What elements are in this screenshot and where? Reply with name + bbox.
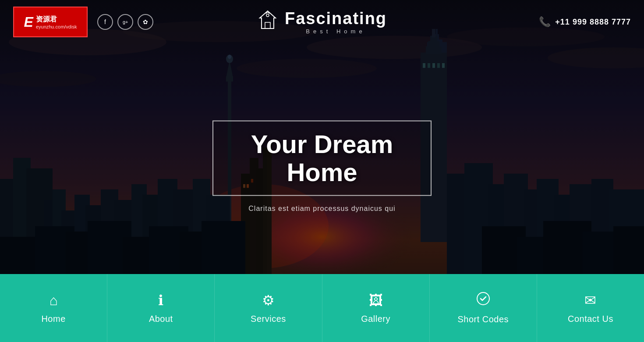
contact-nav-icon: ✉ — [584, 292, 596, 309]
logo-center: Fascinating Best Home — [257, 9, 387, 35]
nav-item-short-codes[interactable]: Short Codes — [430, 274, 537, 342]
facebook-icon[interactable]: f — [94, 11, 117, 33]
nav-item-contact-us[interactable]: ✉ Contact Us — [537, 274, 644, 342]
logo-tagline: Best Home — [285, 28, 387, 35]
hero-content: Your Dream Home Claritas est etiam proce… — [212, 121, 432, 213]
logo-name: Fascinating Best Home — [285, 9, 387, 35]
main-navbar: ⌂ Home ℹ About ⚙ Services 🖼 Gallery Shor… — [0, 274, 644, 342]
services-nav-icon: ⚙ — [262, 292, 275, 309]
social-icons: f g+ ✿ — [97, 14, 153, 30]
phone-icon: 📞 — [539, 16, 551, 28]
logo-title: Fascinating — [285, 9, 387, 28]
header: E 资源君 eyunzhu.com/vdisk f g+ ✿ — [0, 0, 644, 44]
nav-label-home: Home — [41, 314, 65, 324]
hero-section: E 资源君 eyunzhu.com/vdisk f g+ ✿ — [0, 0, 644, 342]
svg-point-83 — [266, 14, 269, 17]
phone-section: 📞 +11 999 8888 7777 — [539, 16, 631, 28]
home-logo-icon — [257, 9, 278, 35]
nav-label-about: About — [149, 314, 173, 324]
nav-label-gallery: Gallery — [361, 314, 390, 324]
hero-title-box: Your Dream Home — [212, 121, 432, 196]
svg-point-84 — [477, 292, 489, 305]
nav-label-services: Services — [251, 314, 286, 324]
other-icon-symbol: ✿ — [143, 18, 148, 25]
badge-letter: E — [24, 14, 33, 30]
nav-label-contact-us: Contact Us — [568, 314, 613, 324]
gallery-nav-icon: 🖼 — [369, 292, 383, 309]
hero-title: Your Dream Home — [231, 130, 413, 186]
header-left: E 资源君 eyunzhu.com/vdisk f g+ ✿ — [13, 7, 153, 37]
short-codes-nav-icon — [476, 292, 490, 309]
hero-subtitle: Claritas est etiam processus dynaicus qu… — [212, 204, 432, 212]
nav-label-short-codes: Short Codes — [457, 314, 509, 324]
home-nav-icon: ⌂ — [49, 292, 57, 309]
brand-badge: E 资源君 eyunzhu.com/vdisk — [13, 7, 88, 37]
about-nav-icon: ℹ — [158, 292, 163, 309]
nav-item-services[interactable]: ⚙ Services — [215, 274, 322, 342]
nav-item-gallery[interactable]: 🖼 Gallery — [322, 274, 430, 342]
badge-brand: 资源君 — [36, 15, 77, 24]
nav-item-home[interactable]: ⌂ Home — [0, 274, 107, 342]
badge-text: 资源君 eyunzhu.com/vdisk — [36, 15, 77, 29]
google-plus-icon[interactable]: g+ — [114, 11, 137, 33]
google-letter: g+ — [123, 19, 128, 25]
nav-item-about[interactable]: ℹ About — [107, 274, 215, 342]
phone-number: +11 999 8888 7777 — [555, 18, 631, 27]
badge-url: eyunzhu.com/vdisk — [36, 24, 77, 29]
facebook-letter: f — [104, 18, 106, 25]
other-social-icon[interactable]: ✿ — [134, 11, 157, 33]
